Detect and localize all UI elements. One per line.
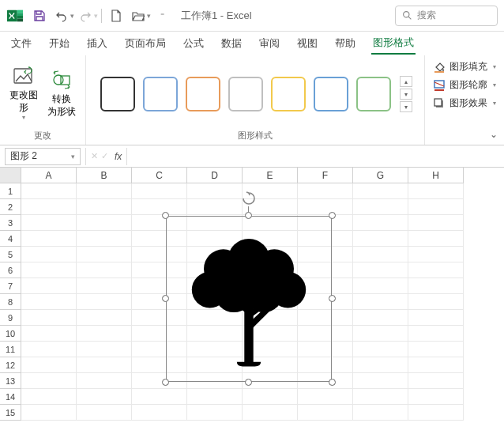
tab-file[interactable]: 文件 — [9, 33, 33, 54]
cell-C15[interactable] — [132, 405, 187, 421]
fx-label[interactable]: fx — [115, 151, 122, 162]
name-box[interactable]: 图形 2 ▾ — [5, 148, 81, 165]
style-swatch-4[interactable] — [271, 77, 306, 111]
cell-B6[interactable] — [77, 262, 132, 278]
row-header-15[interactable]: 15 — [0, 405, 21, 421]
qat-customize[interactable]: ⁼ — [152, 6, 172, 26]
selected-shape[interactable] — [166, 216, 332, 382]
cell-B12[interactable] — [77, 357, 132, 373]
cell-B9[interactable] — [77, 310, 132, 326]
resize-handle-ml[interactable] — [162, 295, 169, 302]
tab-help[interactable]: 帮助 — [333, 33, 357, 54]
style-swatch-0[interactable] — [100, 77, 135, 111]
resize-handle-bm[interactable] — [245, 379, 252, 386]
cell-A5[interactable] — [21, 247, 77, 262]
row-header-7[interactable]: 7 — [0, 278, 21, 294]
cell-B13[interactable] — [77, 373, 132, 389]
cell-F15[interactable] — [298, 405, 353, 421]
resize-handle-tm[interactable] — [245, 212, 252, 219]
row-header-10[interactable]: 10 — [0, 326, 21, 342]
cell-G3[interactable] — [353, 215, 408, 231]
cell-G14[interactable] — [353, 389, 408, 405]
cell-A11[interactable] — [21, 342, 77, 357]
resize-handle-mr[interactable] — [329, 295, 336, 302]
cell-G8[interactable] — [353, 294, 408, 310]
shape-effects-button[interactable]: 图形效果▾ — [430, 95, 499, 111]
cell-A15[interactable] — [21, 405, 77, 421]
cell-H8[interactable] — [408, 294, 464, 310]
styles-scroll-down[interactable]: ▾ — [400, 89, 412, 100]
cell-B11[interactable] — [77, 342, 132, 357]
cell-B5[interactable] — [77, 247, 132, 262]
cell-G11[interactable] — [353, 342, 408, 357]
open-dropdown[interactable]: ▾ — [147, 12, 151, 20]
cell-G2[interactable] — [353, 199, 408, 215]
formula-enter-button[interactable]: ✓ — [101, 151, 108, 161]
cell-H14[interactable] — [408, 389, 464, 405]
resize-handle-bl[interactable] — [162, 379, 169, 386]
style-swatch-1[interactable] — [143, 77, 178, 111]
cell-C14[interactable] — [132, 389, 187, 405]
cell-G9[interactable] — [353, 310, 408, 326]
undo-dropdown[interactable]: ▾ — [70, 12, 74, 20]
row-header-13[interactable]: 13 — [0, 373, 21, 389]
cell-A12[interactable] — [21, 357, 77, 373]
select-all-corner[interactable] — [0, 168, 21, 183]
search-box[interactable]: 搜索 — [395, 6, 498, 26]
ribbon-collapse-button[interactable]: ⌄ — [487, 127, 501, 142]
col-header-H[interactable]: H — [408, 168, 464, 183]
row-header-2[interactable]: 2 — [0, 199, 21, 215]
cell-A6[interactable] — [21, 262, 77, 278]
row-header-4[interactable]: 4 — [0, 231, 21, 247]
cell-A14[interactable] — [21, 389, 77, 405]
undo-button[interactable] — [51, 6, 72, 26]
row-header-1[interactable]: 1 — [0, 183, 21, 199]
cell-A7[interactable] — [21, 278, 77, 294]
cell-H1[interactable] — [408, 183, 464, 199]
cell-A3[interactable] — [21, 215, 77, 231]
cell-D14[interactable] — [187, 389, 243, 405]
cell-A4[interactable] — [21, 231, 77, 247]
cell-B2[interactable] — [77, 199, 132, 215]
cell-H5[interactable] — [408, 247, 464, 262]
col-header-G[interactable]: G — [353, 168, 408, 183]
tab-home[interactable]: 开始 — [47, 33, 71, 54]
resize-handle-br[interactable] — [329, 379, 336, 386]
cell-A10[interactable] — [21, 326, 77, 342]
cell-G5[interactable] — [353, 247, 408, 262]
style-swatch-5[interactable] — [314, 77, 348, 111]
cell-H12[interactable] — [408, 357, 464, 373]
new-file-button[interactable] — [106, 6, 126, 26]
cell-H6[interactable] — [408, 262, 464, 278]
formula-input[interactable] — [127, 148, 504, 165]
cell-B7[interactable] — [77, 278, 132, 294]
cell-A8[interactable] — [21, 294, 77, 310]
col-header-C[interactable]: C — [132, 168, 187, 183]
cell-H11[interactable] — [408, 342, 464, 357]
styles-more[interactable]: ▾ — [400, 101, 412, 112]
style-swatch-3[interactable] — [228, 77, 263, 111]
cell-E15[interactable] — [243, 405, 298, 421]
tab-shape-format[interactable]: 图形格式 — [371, 32, 416, 55]
cell-B10[interactable] — [77, 326, 132, 342]
rotate-handle[interactable] — [241, 191, 257, 206]
style-swatch-6[interactable] — [356, 77, 391, 111]
row-header-5[interactable]: 5 — [0, 247, 21, 262]
tab-formulas[interactable]: 公式 — [182, 33, 205, 54]
cell-G7[interactable] — [353, 278, 408, 294]
row-header-12[interactable]: 12 — [0, 357, 21, 373]
cell-G10[interactable] — [353, 326, 408, 342]
cell-G12[interactable] — [353, 357, 408, 373]
cell-H4[interactable] — [408, 231, 464, 247]
change-graphic-button[interactable]: 更改图 形 ▾ — [6, 64, 41, 124]
row-header-9[interactable]: 9 — [0, 310, 21, 326]
cell-H10[interactable] — [408, 326, 464, 342]
cell-B1[interactable] — [77, 183, 132, 199]
cell-D1[interactable] — [187, 183, 243, 199]
cell-B8[interactable] — [77, 294, 132, 310]
col-header-B[interactable]: B — [77, 168, 132, 183]
cell-B4[interactable] — [77, 231, 132, 247]
cell-G15[interactable] — [353, 405, 408, 421]
tab-data[interactable]: 数据 — [220, 33, 243, 54]
row-header-14[interactable]: 14 — [0, 389, 21, 405]
